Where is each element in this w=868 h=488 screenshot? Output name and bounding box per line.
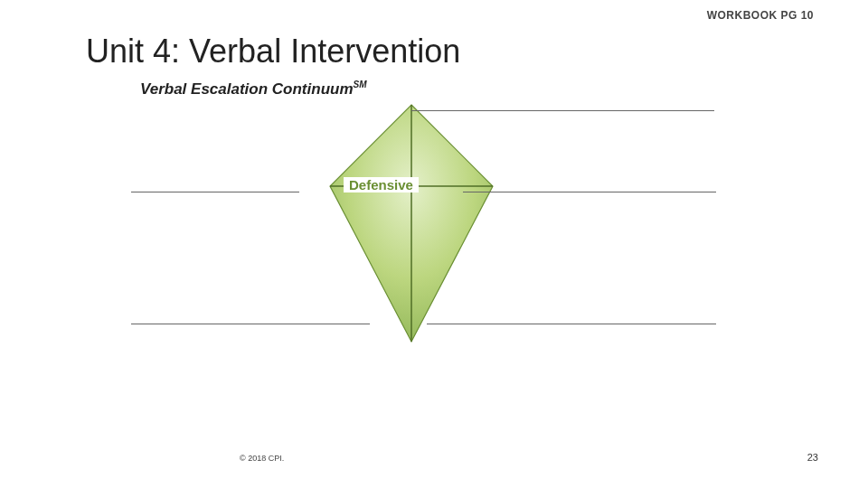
page-number: 23 [807,452,818,463]
blank-line-top-right [411,110,714,111]
service-mark: SM [354,80,367,89]
workbook-page-label: WORKBOOK PG 10 [707,9,814,22]
blank-line-lower-right [427,324,716,324]
blank-line-mid-right [463,192,716,192]
blank-line-mid-left [131,192,299,192]
unit-title: Unit 4: Verbal Intervention [86,33,460,70]
blank-line-lower-left [131,324,370,324]
subtitle-text: Verbal Escalation Continuum [140,80,354,98]
copyright-text: © 2018 CPI. [240,454,284,463]
section-subtitle: Verbal Escalation ContinuumSM [140,80,367,99]
diagram-center-label: Defensive [344,177,419,192]
kite-diagram [298,98,533,351]
